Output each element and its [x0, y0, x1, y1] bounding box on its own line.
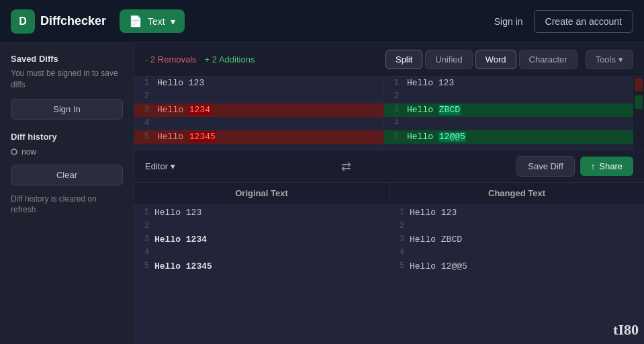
header: D Diffchecker 📄 Text ▾ Sign in Create an…: [0, 0, 644, 43]
diff-cleared-note: Diff history is cleared on refresh: [11, 194, 123, 216]
editor-line: 5 Hello 12345: [138, 261, 385, 275]
diff-left-pane: 1 Hello 123 2 3 Hello 1234 4 5 Hello: [134, 77, 384, 150]
chevron-down-icon: ▾: [171, 161, 175, 171]
original-text-content[interactable]: 1 Hello 123 2 3 Hello 1234 4: [134, 204, 389, 344]
editor-line: 4: [138, 248, 385, 261]
text-icon: 📄: [129, 15, 142, 28]
swap-icon[interactable]: ⇄: [341, 159, 351, 174]
tools-button[interactable]: Tools ▾: [586, 50, 633, 69]
content: - 2 Removals + 2 Additions Split Unified…: [134, 43, 644, 344]
create-account-button[interactable]: Create an account: [534, 10, 633, 33]
editor-line: 2: [138, 221, 385, 234]
editor-label[interactable]: Editor ▾: [145, 161, 175, 171]
scroll-marker-added: [635, 95, 643, 109]
diff-line: 2: [384, 90, 633, 103]
diff-line: 1 Hello 123: [134, 77, 383, 90]
editor-left-pane: Original Text 1 Hello 123 2 3 Hello 1234: [134, 183, 389, 344]
changed-text-content[interactable]: 1 Hello 123 2 3 Hello ZBCD 4: [389, 204, 644, 344]
removals-stat: - 2 Removals: [145, 54, 197, 64]
main-layout: Saved Diffs You must be signed in to sav…: [0, 43, 644, 344]
editor-right-pane: Changed Text 1 Hello 123 2 3 Hello ZBCD: [389, 183, 644, 344]
editor-line: 3 Hello ZBCD: [394, 234, 640, 248]
share-icon: ↑: [591, 161, 596, 171]
history-label: now: [21, 147, 36, 157]
diff-line-removed: 5 Hello 12345: [134, 130, 383, 144]
radio-dot: [11, 148, 17, 155]
diff-line: 4: [134, 117, 383, 130]
saved-diffs-title: Saved Diffs: [11, 54, 123, 64]
diff-line-added: 3 Hello ZBCD: [384, 103, 633, 117]
unified-tab[interactable]: Unified: [425, 50, 472, 69]
chevron-down-icon: ▾: [171, 16, 175, 27]
editor-line: 1 Hello 123: [394, 208, 640, 221]
sidebar: Saved Diffs You must be signed in to sav…: [0, 43, 134, 344]
diff-scrollbar[interactable]: [633, 77, 644, 150]
changed-text-title: Changed Text: [389, 183, 644, 204]
chevron-down-icon: ▾: [618, 54, 623, 64]
logo-icon: D: [11, 9, 35, 34]
logo-area: D Diffchecker 📄 Text ▾: [11, 9, 494, 34]
logo-name: Diffchecker: [40, 14, 106, 28]
text-dropdown-button[interactable]: 📄 Text ▾: [120, 9, 185, 33]
share-button[interactable]: ↑ Share: [580, 157, 633, 176]
diff-line: 1 Hello 123: [384, 77, 633, 90]
diff-line: 4: [384, 117, 633, 130]
character-tab[interactable]: Character: [519, 50, 578, 69]
editor-line: 2: [394, 221, 640, 234]
sign-in-link[interactable]: Sign in: [494, 16, 523, 27]
editor-line: 3 Hello 1234: [138, 234, 385, 248]
diff-history-title: Diff history: [11, 132, 123, 142]
diff-line-added: 5 Hello 12@@5: [384, 130, 633, 144]
clear-button[interactable]: Clear: [11, 165, 123, 185]
original-text-title: Original Text: [134, 183, 389, 204]
editor-area: Original Text 1 Hello 123 2 3 Hello 1234: [134, 183, 644, 344]
history-item: now: [11, 147, 123, 157]
sidebar-sign-in-button[interactable]: Sign In: [11, 99, 123, 120]
diff-line-removed: 3 Hello 1234: [134, 103, 383, 117]
split-tab[interactable]: Split: [385, 50, 422, 69]
diff-right-pane: 1 Hello 123 2 3 Hello ZBCD 4 5 Hello: [384, 77, 633, 150]
header-right: Sign in Create an account: [494, 10, 633, 33]
additions-stat: + 2 Additions: [205, 54, 255, 64]
view-tabs: Split Unified Word Character: [385, 50, 578, 69]
saved-diffs-note: You must be signed in to save diffs: [11, 68, 123, 91]
editor-line: 5 Hello 12@@5: [394, 261, 640, 275]
diff-line: 2: [134, 90, 383, 103]
diff-view: 1 Hello 123 2 3 Hello 1234 4 5 Hello: [134, 77, 644, 150]
word-tab[interactable]: Word: [475, 50, 516, 69]
editor-line: 4: [394, 248, 640, 261]
editor-bar: Editor ▾ ⇄ Save Diff ↑ Share: [134, 150, 644, 183]
scroll-marker-removed: [635, 78, 643, 91]
save-diff-button[interactable]: Save Diff: [516, 156, 575, 177]
editor-line: 1 Hello 123: [138, 208, 385, 221]
toolbar: - 2 Removals + 2 Additions Split Unified…: [134, 43, 644, 77]
